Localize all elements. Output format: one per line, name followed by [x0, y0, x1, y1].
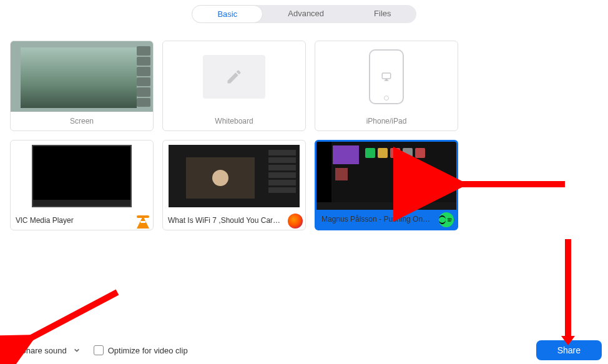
share-sound-label: Share sound	[21, 346, 67, 355]
spotify-icon	[439, 212, 454, 227]
tile-vlc[interactable]: VlC Media Player	[10, 140, 154, 230]
optimize-label: Optimize for video clip	[108, 346, 188, 355]
firefox-thumbnail	[163, 140, 305, 211]
tile-spotify[interactable]: Magnus Pålsson - Pushing Onwa...	[315, 140, 458, 230]
optimize-video-checkbox[interactable]: Optimize for video clip	[94, 345, 188, 355]
vlc-thumbnail	[11, 140, 153, 211]
tile-screen[interactable]: Screen	[10, 41, 154, 131]
share-sound-checkbox[interactable]: Share sound	[6, 345, 80, 355]
tab-files[interactable]: Files	[349, 5, 416, 23]
tile-label: Screen	[11, 112, 153, 130]
tile-iphone-ipad[interactable]: iPhone/iPad	[315, 41, 458, 131]
tile-label: iPhone/iPad	[315, 112, 458, 130]
tab-basic[interactable]: Basic	[192, 5, 263, 23]
tile-label: What Is WiFi 7 ,Should You Care? ...	[163, 211, 305, 230]
vlc-icon	[135, 214, 150, 229]
share-grid: Screen Whiteboard iPhone/iPad VlC Media …	[0, 23, 608, 230]
checkbox-icon	[6, 345, 16, 355]
firefox-icon	[288, 214, 303, 229]
tile-label: Whiteboard	[163, 112, 305, 130]
whiteboard-thumbnail	[163, 41, 305, 112]
tile-firefox[interactable]: What Is WiFi 7 ,Should You Care? ...	[162, 140, 306, 230]
tabs-bar: Basic Advanced Files	[0, 0, 608, 23]
tile-whiteboard[interactable]: Whiteboard	[162, 41, 306, 131]
spotify-thumbnail	[316, 142, 456, 210]
tab-group: Basic Advanced Files	[192, 5, 416, 23]
tab-advanced[interactable]: Advanced	[263, 5, 349, 23]
screen-thumbnail	[11, 41, 153, 112]
tile-label: VlC Media Player	[11, 211, 153, 230]
svg-line-5	[21, 292, 117, 343]
share-button[interactable]: Share	[536, 340, 602, 360]
chevron-down-icon[interactable]	[74, 346, 80, 355]
pencil-icon	[225, 68, 243, 86]
footer-bar: Share sound Optimize for video clip Shar…	[0, 337, 608, 364]
svg-rect-0	[382, 73, 391, 79]
airplay-icon	[381, 71, 392, 82]
checkbox-icon	[94, 345, 104, 355]
annotation-arrow	[559, 236, 577, 348]
iphone-thumbnail	[315, 41, 458, 112]
tile-label: Magnus Pålsson - Pushing Onwa...	[316, 210, 456, 229]
